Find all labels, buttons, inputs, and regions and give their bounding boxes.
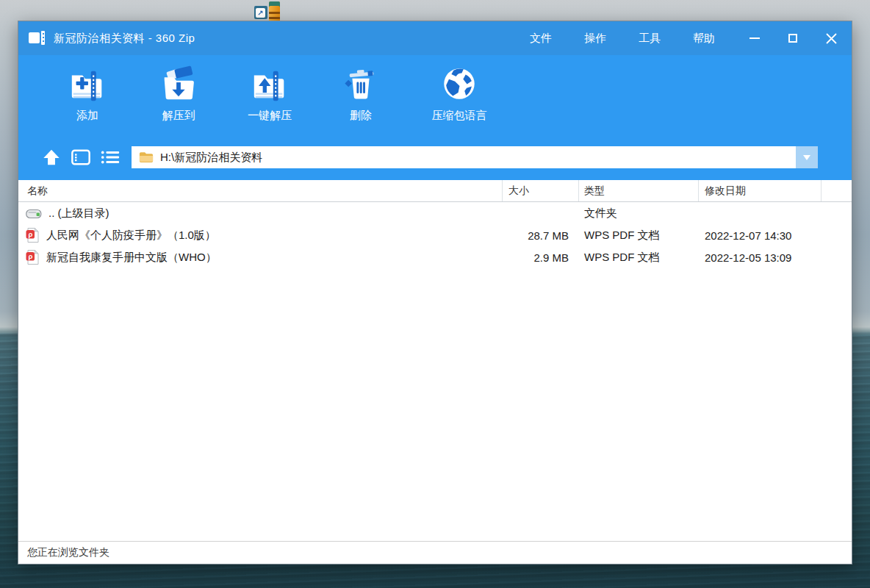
dropdown-arrow-icon — [803, 155, 810, 164]
parent-drive-icon — [26, 208, 42, 219]
file-modified: 2022-12-05 13:09 — [699, 251, 822, 264]
archive-language-globe-icon — [439, 64, 479, 104]
tool-label: 一键解压 — [248, 109, 292, 123]
toolbar: 添加 解压到 一键解压 — [18, 55, 852, 135]
file-type: WPS PDF 文档 — [579, 251, 699, 265]
extract-to-icon — [159, 64, 198, 104]
one-click-extract-icon — [250, 64, 290, 104]
address-path: H:\新冠防治相关资料 — [160, 151, 262, 165]
table-row-file[interactable]: ρ 新冠自我康复手册中文版（WHO） 2.9 MB WPS PDF 文档 202… — [18, 246, 852, 268]
svg-text:ρ: ρ — [28, 230, 32, 238]
up-arrow-icon — [41, 147, 62, 168]
menubar: 文件 操作 工具 帮助 — [530, 32, 715, 46]
table-row-file[interactable]: ρ 人民网《个人防疫手册》（1.0版） 28.7 MB WPS PDF 文档 2… — [18, 224, 852, 246]
archive-language-button[interactable]: 压缩包语言 — [415, 64, 503, 123]
view-mode-button[interactable] — [70, 146, 92, 168]
titlebar: 新冠防治相关资料 - 360 Zip 文件 操作 工具 帮助 — [18, 21, 852, 55]
address-row: H:\新冠防治相关资料 — [18, 135, 852, 180]
file-size: 28.7 MB — [503, 229, 579, 242]
file-name: .. (上级目录) — [48, 207, 109, 220]
add-button[interactable]: 添加 — [51, 64, 124, 123]
list-header: 名称 大小 类型 修改日期 — [18, 180, 852, 202]
file-type: 文件夹 — [579, 207, 699, 220]
wps-pdf-icon: ρ — [26, 249, 40, 265]
table-row-parent-dir[interactable]: .. (上级目录) 文件夹 — [18, 202, 852, 224]
shortcut-arrow-icon: ↗ — [256, 8, 265, 18]
file-modified: 2022-12-07 14:30 — [699, 229, 822, 242]
menu-help[interactable]: 帮助 — [693, 32, 715, 46]
window-title: 新冠防治相关资料 - 360 Zip — [54, 32, 195, 46]
file-name: 新冠自我康复手册中文版（WHO） — [46, 251, 217, 265]
list-view-icon — [100, 148, 121, 166]
column-header-type[interactable]: 类型 — [579, 180, 699, 201]
up-directory-button[interactable] — [40, 146, 62, 168]
file-name: 人民网《个人防疫手册》（1.0版） — [46, 229, 216, 243]
menu-actions[interactable]: 操作 — [584, 32, 606, 46]
tool-label: 解压到 — [162, 109, 195, 123]
delete-button[interactable]: 删除 — [324, 64, 398, 123]
desktop-shortcut-icon[interactable]: ↗ — [254, 1, 284, 21]
column-header-modified[interactable]: 修改日期 — [699, 180, 822, 201]
menu-tools[interactable]: 工具 — [639, 32, 661, 46]
column-header-name[interactable]: 名称 — [18, 180, 503, 201]
extract-to-button[interactable]: 解压到 — [142, 64, 215, 123]
app-logo-icon — [29, 31, 46, 46]
statusbar: 您正在浏览文件夹 — [18, 541, 852, 564]
close-icon — [826, 33, 837, 44]
360zip-window: 新冠防治相关资料 - 360 Zip 文件 操作 工具 帮助 — [18, 21, 852, 564]
folder-icon — [139, 151, 154, 163]
wps-pdf-icon: ρ — [26, 227, 40, 243]
column-header-size[interactable]: 大小 — [503, 180, 579, 201]
status-text: 您正在浏览文件夹 — [27, 546, 109, 559]
file-type: WPS PDF 文档 — [579, 229, 699, 243]
column-header-filler — [822, 180, 852, 201]
address-dropdown-button[interactable] — [796, 146, 818, 168]
file-list: 名称 大小 类型 修改日期 .. (上级目录) 文件夹 — [18, 180, 852, 541]
menu-file[interactable]: 文件 — [530, 32, 552, 46]
svg-text:ρ: ρ — [28, 252, 32, 260]
maximize-button[interactable] — [787, 32, 799, 44]
close-button[interactable] — [825, 32, 837, 44]
tool-label: 删除 — [350, 109, 372, 123]
list-view-button[interactable] — [99, 146, 121, 168]
file-size: 2.9 MB — [503, 251, 579, 264]
one-click-extract-button[interactable]: 一键解压 — [233, 64, 306, 123]
window-controls — [749, 32, 837, 44]
add-to-archive-icon — [68, 64, 107, 104]
tool-label: 压缩包语言 — [432, 109, 487, 123]
minimize-button[interactable] — [749, 32, 761, 44]
view-mode-icon — [71, 148, 91, 167]
address-bar[interactable]: H:\新冠防治相关资料 — [132, 146, 796, 168]
delete-icon — [341, 64, 381, 104]
tool-label: 添加 — [76, 109, 98, 123]
